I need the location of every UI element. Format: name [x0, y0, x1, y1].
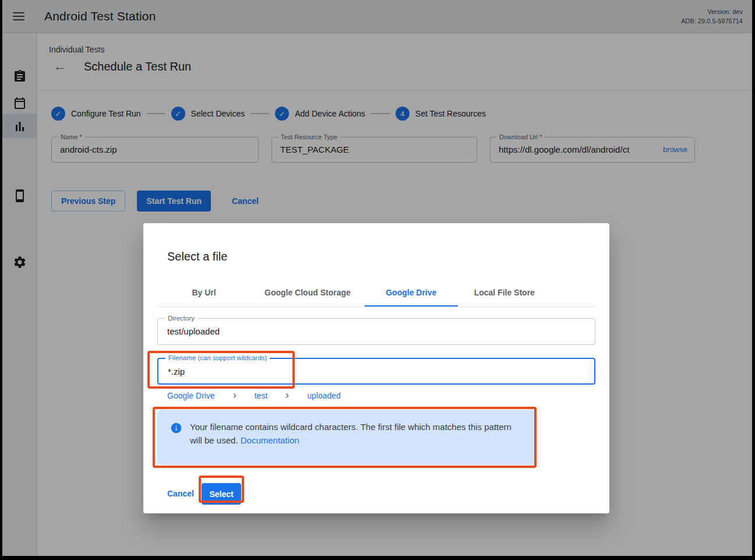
directory-field[interactable]: Directory test/uploaded: [157, 318, 595, 345]
breadcrumb-google-drive[interactable]: Google Drive: [167, 391, 215, 400]
breadcrumb-test[interactable]: test: [255, 391, 268, 400]
alert-message-text: Your filename contains wildcard characte…: [190, 422, 511, 445]
tab-google-cloud-storage[interactable]: Google Cloud Storage: [251, 279, 365, 307]
breadcrumb-uploaded[interactable]: uploaded: [307, 391, 341, 400]
dialog-title: Select a file: [167, 250, 227, 263]
dialog-tabs: By Url Google Cloud Storage Google Drive…: [157, 279, 595, 307]
info-icon: [170, 422, 182, 434]
filename-label: Filename (can support wildcards): [165, 354, 270, 361]
dialog-cancel-button[interactable]: Cancel: [167, 489, 194, 498]
tab-by-url[interactable]: By Url: [157, 279, 251, 307]
directory-value: test/uploaded: [158, 319, 595, 336]
tab-local-file-store[interactable]: Local File Store: [458, 279, 551, 307]
chevron-right-icon: [283, 391, 292, 400]
chevron-right-icon: [230, 391, 239, 400]
select-file-dialog: Select a file By Url Google Cloud Storag…: [143, 223, 609, 513]
screen: Android Test Station Version: dev ADB: 2…: [0, 0, 755, 560]
drive-breadcrumb: Google Drive test uploaded: [167, 391, 341, 400]
wildcard-info-alert: Your filename contains wildcard characte…: [157, 410, 536, 465]
directory-label: Directory: [165, 315, 197, 322]
alert-message: Your filename contains wildcard characte…: [190, 420, 525, 448]
dialog-select-button[interactable]: Select: [202, 483, 241, 505]
tab-google-drive[interactable]: Google Drive: [365, 279, 458, 307]
documentation-link[interactable]: Documentation: [241, 435, 299, 445]
filename-value: *.zip: [158, 359, 594, 376]
filename-field[interactable]: Filename (can support wildcards) *.zip: [157, 358, 595, 385]
